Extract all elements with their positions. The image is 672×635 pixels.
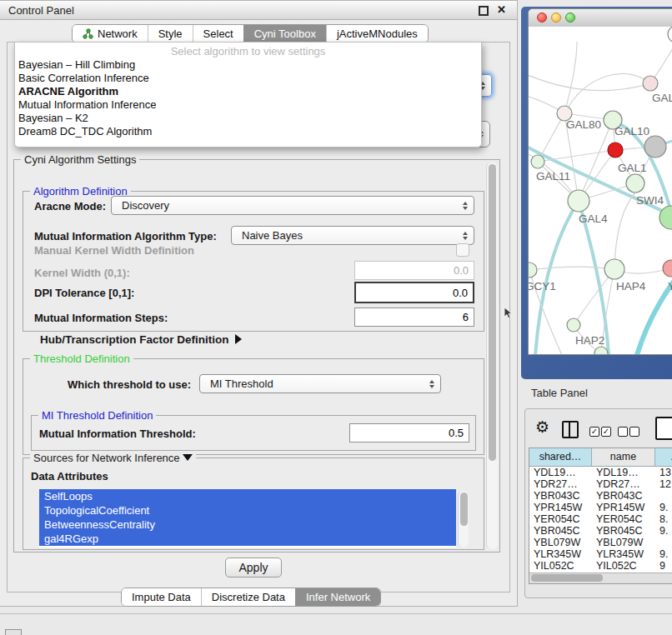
close-traffic-light-icon[interactable] xyxy=(537,12,547,22)
table-cell: YBR043C xyxy=(529,490,592,502)
column-header-name[interactable]: name xyxy=(592,448,655,466)
column-header-shared-name[interactable]: shared… xyxy=(529,448,592,466)
mi-steps-field[interactable] xyxy=(354,308,474,327)
unchecked-checkbox-icon[interactable] xyxy=(618,427,628,437)
table-row[interactable]: YDL19…YDL19…13 xyxy=(529,467,672,478)
table-row[interactable]: YBR045CYBR045C9. xyxy=(529,525,672,537)
dpi-tolerance-field[interactable] xyxy=(354,282,474,303)
cyni-algorithm-settings-group: Cyni Algorithm Settings Algorithm Defini… xyxy=(13,159,500,552)
algorithm-option[interactable]: ARACNE Algorithm xyxy=(15,85,481,98)
mouse-cursor xyxy=(504,307,514,320)
network-graph: GALGAL80GAL10GAL11GAL1GAL4SWI4GCY1HAP4YH… xyxy=(529,27,672,354)
columns-icon[interactable] xyxy=(562,421,579,438)
table-row[interactable]: YDR27…YDR27…12 xyxy=(529,478,672,490)
table-cell: YDL19… xyxy=(592,467,655,478)
mi-threshold-group: MI Threshold Definition Mutual Informati… xyxy=(31,415,476,451)
data-attribute-item[interactable]: SelfLoops xyxy=(39,489,456,503)
network-node-y[interactable] xyxy=(663,260,672,277)
mi-steps-label: Mutual Information Steps: xyxy=(34,312,168,324)
close-icon[interactable]: ✕ xyxy=(497,3,506,16)
table-row[interactable]: YIL052CYIL052C9 xyxy=(529,560,672,572)
network-node[interactable] xyxy=(594,347,608,354)
panel-corner-chip[interactable] xyxy=(5,629,22,635)
network-node-gcy1[interactable] xyxy=(529,262,537,278)
hub-definition-toggle[interactable]: Hub/Transcription Factor Definition xyxy=(40,333,242,346)
network-node-label: GAL11 xyxy=(536,170,570,182)
algorithm-option[interactable]: Mutual Information Inference xyxy=(15,98,481,112)
manual-kernel-checkbox[interactable] xyxy=(456,243,469,257)
mi-threshold-field[interactable] xyxy=(349,423,469,442)
attribute-list-scrollbar-thumb[interactable] xyxy=(460,492,468,526)
network-node-gal[interactable] xyxy=(643,76,658,91)
algorithm-option[interactable]: Basic Correlation Inference xyxy=(15,72,481,85)
document-icon[interactable] xyxy=(655,417,672,440)
tab-impute-data[interactable]: Impute Data xyxy=(122,588,201,606)
network-node[interactable] xyxy=(608,142,623,158)
gear-icon[interactable]: ⚙ xyxy=(535,418,549,437)
algorithm-option[interactable]: Bayesian – K2 xyxy=(15,112,481,125)
popup-item-list: Bayesian – Hill ClimbingBasic Correlatio… xyxy=(15,58,481,138)
table-cell: 9. xyxy=(655,502,672,513)
settings-scrollbar[interactable] xyxy=(486,162,498,549)
network-node[interactable] xyxy=(644,136,666,158)
tab-style[interactable]: Style xyxy=(148,25,193,42)
tab-jactivemnodules[interactable]: jActiveMNodules xyxy=(326,25,428,42)
settings-scrollbar-thumb[interactable] xyxy=(489,164,496,461)
table-row[interactable]: YER054CYER054C8. xyxy=(529,513,672,525)
table-cell: 12 xyxy=(655,478,672,490)
network-node-gal4[interactable] xyxy=(568,190,589,212)
table-horizontal-scrollbar[interactable] xyxy=(529,572,672,583)
data-attribute-item[interactable]: gal4RGexp xyxy=(39,532,456,546)
network-node-gal1[interactable] xyxy=(626,174,644,192)
network-node[interactable] xyxy=(668,27,672,42)
table-cell: 8. xyxy=(655,513,672,525)
screen: Control Panel ✕ Network Style Select Cyn… xyxy=(0,0,672,635)
which-threshold-combo[interactable]: MI Threshold xyxy=(199,374,441,393)
tab-discretize-data[interactable]: Discretize Data xyxy=(201,588,295,606)
table-scrollbar-thumb[interactable] xyxy=(531,574,603,582)
tab-cyni-toolbox[interactable]: Cyni Toolbox xyxy=(243,25,326,42)
table-cell: YIL052C xyxy=(592,560,655,572)
tab-infer-network[interactable]: Infer Network xyxy=(295,588,380,606)
network-node-hap2[interactable] xyxy=(567,318,580,332)
float-window-icon[interactable] xyxy=(479,6,489,16)
zoom-traffic-light-icon[interactable] xyxy=(565,12,575,22)
network-canvas[interactable]: GALGAL80GAL10GAL11GAL1GAL4SWI4GCY1HAP4YH… xyxy=(529,27,672,354)
apply-button[interactable]: Apply xyxy=(225,558,282,578)
attribute-list-scrollbar[interactable] xyxy=(458,491,469,548)
data-attribute-item[interactable]: TopologicalCoefficient xyxy=(39,503,456,518)
network-node-gal11[interactable] xyxy=(531,155,544,168)
sources-title[interactable]: Sources for Network Inference xyxy=(30,452,196,464)
table-cell: YLR345W xyxy=(529,548,592,560)
dpi-tolerance-label: DPI Tolerance [0,1]: xyxy=(34,287,134,299)
mi-threshold-label: Mutual Information Threshold: xyxy=(39,428,196,440)
column-header-clipped[interactable]: A xyxy=(655,448,672,466)
mi-threshold-group-title: MI Threshold Definition xyxy=(38,409,156,422)
table-row[interactable]: YBR043CYBR043C xyxy=(529,490,672,502)
network-node-label: GCY1 xyxy=(529,280,556,292)
mi-type-combo[interactable]: Naive Bayes xyxy=(231,226,474,245)
table-row[interactable]: YPR145WYPR145W9. xyxy=(529,502,672,513)
network-node-hap4[interactable] xyxy=(604,259,624,279)
table-row[interactable]: YBL079WYBL079W xyxy=(529,537,672,548)
data-attribute-item[interactable]: BetweennessCentrality xyxy=(39,518,456,532)
tab-network[interactable]: Network xyxy=(73,25,148,42)
table-row[interactable]: YLR345WYLR345W9. xyxy=(529,548,672,560)
cyni-toolbox-content: galFiltered.sif default node Select algo… xyxy=(7,42,510,592)
control-panel-tabs: Network Style Select Cyni Toolbox jActiv… xyxy=(72,24,429,43)
tab-select[interactable]: Select xyxy=(193,25,243,42)
minimize-traffic-light-icon[interactable] xyxy=(551,12,561,22)
table-cell: YLR345W xyxy=(592,548,655,560)
aracne-mode-combo[interactable]: Discovery xyxy=(111,196,474,215)
checked-checkbox-icon[interactable]: ✓ xyxy=(601,427,611,437)
kernel-width-field[interactable] xyxy=(354,261,474,280)
unchecked-checkbox-icon[interactable] xyxy=(629,427,639,437)
table-cell: YBR045C xyxy=(529,525,592,537)
network-view-frame: GALGAL80GAL10GAL11GAL1GAL4SWI4GCY1HAP4YH… xyxy=(521,7,672,379)
network-window-titlebar[interactable] xyxy=(529,9,672,28)
checked-checkbox-icon[interactable]: ✓ xyxy=(589,427,599,437)
algorithm-option[interactable]: Bayesian – Hill Climbing xyxy=(15,58,481,72)
algorithm-option[interactable]: Dream8 DC_TDC Algorithm xyxy=(15,125,481,138)
network-node-label: GAL4 xyxy=(579,212,608,225)
network-node-label: HAP4 xyxy=(616,280,646,292)
